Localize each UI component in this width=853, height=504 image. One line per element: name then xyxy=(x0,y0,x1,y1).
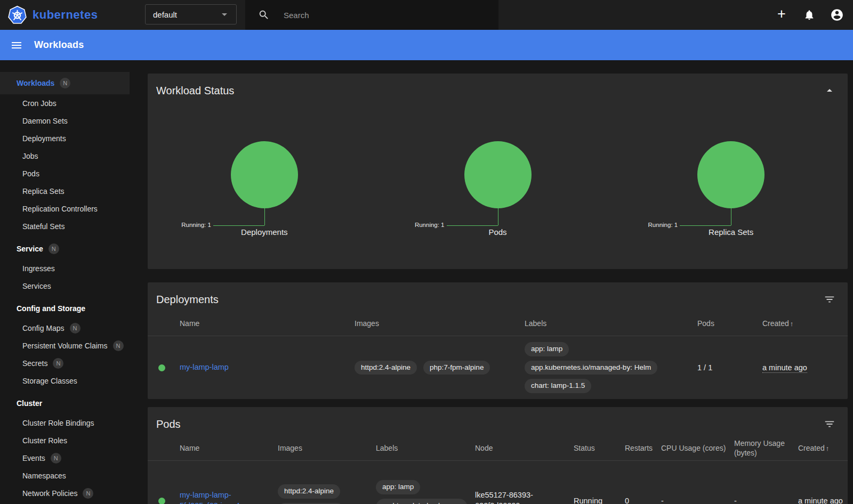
sidebar-item-deployments[interactable]: Deployments xyxy=(0,129,130,147)
pie-running-slice[interactable] xyxy=(697,141,765,208)
search-bar[interactable] xyxy=(245,0,498,30)
sidebar-nav: Workloads N Cron Jobs Daemon Sets Deploy… xyxy=(0,60,140,504)
replica-sets-pie-chart: Running: 1 Replica Sets xyxy=(614,141,848,258)
legend-leader-line xyxy=(264,208,265,225)
pod-name-link[interactable]: my-lamp-lamp-5fd985cf68-jwvz4 xyxy=(180,491,240,504)
image-chip: php:7-fpm-alpine xyxy=(423,361,490,375)
new-badge: N xyxy=(83,488,93,499)
sidebar-item-replica-sets[interactable]: Replica Sets xyxy=(0,182,130,200)
top-actions: + xyxy=(774,0,844,30)
namespace-selector[interactable]: default xyxy=(145,4,237,25)
column-header-labels[interactable]: Labels xyxy=(525,319,697,329)
filter-icon xyxy=(824,294,835,305)
pods-ratio: 1 / 1 xyxy=(697,363,762,372)
pods-table-header: Name Images Labels Node Status Restarts … xyxy=(148,436,848,461)
chart-name: Pods xyxy=(381,227,615,237)
sidebar-item-label: Pods xyxy=(22,169,39,178)
legend-leader-line xyxy=(731,208,731,225)
chart-name: Replica Sets xyxy=(614,227,848,237)
pods-card: Pods Name Images Labels Node Status Rest… xyxy=(148,407,848,504)
sidebar-item-label: Events xyxy=(22,454,45,462)
sidebar-item-daemon-sets[interactable]: Daemon Sets xyxy=(0,112,130,129)
sidebar-item-label: Ingresses xyxy=(22,264,55,273)
deployments-card: Deployments Name Images Labels Pods Crea… xyxy=(148,282,848,399)
sidebar-item-config-maps[interactable]: Config Maps N xyxy=(0,319,130,337)
deployment-name-link[interactable]: my-lamp-lamp xyxy=(180,363,229,371)
filter-icon xyxy=(824,418,835,430)
column-header-labels[interactable]: Labels xyxy=(376,444,475,453)
deployments-table-header: Name Images Labels Pods Created↑ xyxy=(148,312,848,336)
sidebar-item-namespaces[interactable]: Namespaces xyxy=(0,467,130,484)
account-button[interactable] xyxy=(830,7,844,22)
pie-running-slice[interactable] xyxy=(464,141,532,208)
collapse-card-button[interactable] xyxy=(822,83,837,98)
column-header-status[interactable]: Status xyxy=(574,444,625,453)
namespace-value: default xyxy=(153,10,218,19)
sidebar-item-cluster-roles[interactable]: Cluster Roles xyxy=(0,432,130,449)
sidebar-item-persistent-volume-claims[interactable]: Persistent Volume Claims N xyxy=(0,337,130,354)
sidebar-item-label: Daemon Sets xyxy=(22,117,68,125)
notifications-button[interactable] xyxy=(802,7,817,22)
sidebar-item-label: Config and Storage xyxy=(17,304,85,313)
sidebar-item-replication-controllers[interactable]: Replication Controllers xyxy=(0,200,130,217)
column-header-name[interactable]: Name xyxy=(180,444,278,453)
sidebar-item-events[interactable]: Events N xyxy=(0,449,130,467)
sidebar-item-stateful-sets[interactable]: Stateful Sets xyxy=(0,217,130,235)
status-ok-icon xyxy=(158,498,165,504)
sidebar-item-ingresses[interactable]: Ingresses xyxy=(0,259,130,277)
arrow-up-icon xyxy=(823,84,836,97)
sidebar-item-secrets[interactable]: Secrets N xyxy=(0,354,130,372)
workload-status-card: Workload Status Running: 1 Deployments xyxy=(148,74,848,269)
sidebar-item-label: Network Policies xyxy=(22,489,77,498)
label-chip: chart: lamp-1.1.5 xyxy=(525,379,591,393)
created-time[interactable]: a minute ago xyxy=(762,363,807,373)
sort-ascending-icon: ↑ xyxy=(790,320,794,328)
column-header-created[interactable]: Created↑ xyxy=(762,319,848,329)
kubernetes-brand[interactable]: kubernetes xyxy=(7,5,98,25)
create-resource-button[interactable]: + xyxy=(774,7,789,22)
legend-label: Running: 1 xyxy=(415,222,445,228)
sidebar-item-label: Cluster xyxy=(17,399,42,408)
search-input[interactable] xyxy=(283,10,474,20)
column-header-images[interactable]: Images xyxy=(355,319,525,329)
menu-button[interactable] xyxy=(9,38,24,53)
sidebar-section-cluster[interactable]: Cluster xyxy=(0,393,130,414)
sidebar-item-pods[interactable]: Pods xyxy=(0,165,130,182)
filter-deployments-button[interactable] xyxy=(822,292,837,307)
label-chip: pod-template-hash: 5fd985cf68 xyxy=(376,499,468,504)
column-header-cpu[interactable]: CPU Usage (cores) xyxy=(661,444,734,453)
legend-leader-line xyxy=(498,208,498,225)
legend-leader-line xyxy=(213,225,264,226)
column-header-pods[interactable]: Pods xyxy=(697,319,762,329)
new-badge: N xyxy=(51,453,61,464)
column-header-memory[interactable]: Memory Usage (bytes) xyxy=(734,439,798,458)
sidebar-section-config-and-storage[interactable]: Config and Storage xyxy=(0,298,130,319)
filter-pods-button[interactable] xyxy=(822,417,837,432)
created-time[interactable]: a minute ago xyxy=(798,497,843,504)
sidebar-item-label: Deployments xyxy=(22,134,66,143)
sidebar-item-network-policies[interactable]: Network Policies N xyxy=(0,484,130,502)
deployments-title: Deployments xyxy=(156,294,219,306)
legend-leader-line xyxy=(447,225,498,226)
sidebar-item-storage-classes[interactable]: Storage Classes xyxy=(0,372,130,389)
sidebar-item-cluster-role-bindings[interactable]: Cluster Role Bindings xyxy=(0,414,130,432)
column-header-name[interactable]: Name xyxy=(180,319,355,329)
pod-restarts: 0 xyxy=(625,497,661,504)
sidebar-item-service[interactable]: Service N xyxy=(0,238,130,259)
column-header-images[interactable]: Images xyxy=(278,444,376,453)
sort-ascending-icon: ↑ xyxy=(826,444,830,452)
sidebar-item-label: Service xyxy=(17,245,43,253)
legend-leader-line xyxy=(680,225,731,226)
new-badge: N xyxy=(49,243,59,254)
sidebar-item-cron-jobs[interactable]: Cron Jobs xyxy=(0,94,130,112)
sidebar-item-workloads[interactable]: Workloads N xyxy=(0,72,130,94)
pie-running-slice[interactable] xyxy=(231,141,298,208)
main-content: Workload Status Running: 1 Deployments xyxy=(140,60,853,504)
bell-icon xyxy=(803,9,815,21)
column-header-restarts[interactable]: Restarts xyxy=(625,444,661,453)
column-header-node[interactable]: Node xyxy=(475,444,574,453)
deployment-row: my-lamp-lamp httpd:2.4-alpine php:7-fpm-… xyxy=(148,336,848,399)
sidebar-item-jobs[interactable]: Jobs xyxy=(0,147,130,165)
sidebar-item-services[interactable]: Services xyxy=(0,277,130,295)
column-header-created[interactable]: Created↑ xyxy=(798,444,848,453)
